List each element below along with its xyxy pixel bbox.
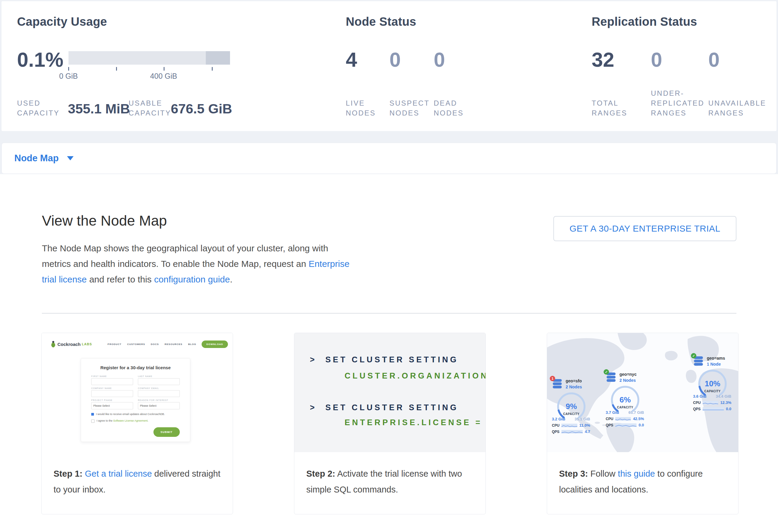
checkbox-unchecked-icon: [91, 420, 94, 423]
suspect-nodes-value: 0: [389, 49, 401, 70]
step2-label: Step 2:: [306, 469, 335, 478]
mini-nav-item: BLOG: [188, 343, 196, 346]
cockroach-logo-icon: [51, 340, 56, 348]
page-title: View the Node Map: [42, 213, 167, 229]
mini-text-input: [138, 378, 180, 385]
capacity-used: 3.7 GiB: [606, 410, 619, 415]
step1-card: Cockroach LABS PRODUCT CUSTOMERS DOCS RE…: [41, 333, 233, 514]
mini-field-label: FIRST NAME: [91, 375, 133, 377]
intro-line: trial license and refer to this configur…: [42, 272, 349, 287]
svg-text:6%: 6%: [619, 395, 631, 404]
usable-capacity-value: 676.5 GiB: [171, 101, 232, 117]
sql-command-line: > SET CLUSTER SETTING: [310, 355, 459, 365]
node-map-dropdown-label: Node Map: [14, 153, 59, 164]
mini-form-grid: FIRST NAME LAST NAME COMPANY NAME C: [91, 373, 180, 409]
step3-caption: Step 3: Follow this guide to configure l…: [547, 452, 738, 498]
mini-registration-form: Register for a 30-day trial license FIRS…: [81, 358, 190, 442]
step3-map-illustration: 1 geo=sfo 2 Nodes 9% CAPACITY: [547, 333, 738, 452]
mini-field-label: LAST NAME: [138, 375, 180, 377]
mini-field-label: COMPANY EMAIL: [138, 387, 180, 389]
section-divider: [42, 313, 736, 314]
used-capacity-label: USED CAPACITY: [17, 98, 65, 118]
qps-sparkline: [615, 424, 636, 427]
replication-status-title: Replication Status: [592, 15, 697, 28]
enterprise-trial-license-link[interactable]: Enterprise: [309, 259, 350, 269]
capacity-total: 34.4 GiB: [716, 394, 731, 398]
mini-nav-item: DOCS: [151, 343, 159, 346]
mini-select: Please Select: [91, 402, 133, 409]
map-node-ams: ✓ geo=ams 1 Node 10% CAPACITY: [693, 356, 735, 411]
capacity-total: 35.1 GiB: [574, 417, 590, 421]
step2-sql-illustration: > SET CLUSTER SETTING CLUSTER.ORGANIZATI…: [294, 333, 485, 452]
intro-paragraph: The Node Map shows the geographical layo…: [42, 241, 349, 287]
step2-caption: Step 2: Activate the trial license with …: [294, 452, 485, 498]
locality-node-count: 1 Node: [707, 362, 721, 367]
node-map-dropdown[interactable]: Node Map: [14, 153, 74, 164]
locality-name: geo=nyc: [619, 372, 636, 377]
capacity-tick: [68, 67, 69, 71]
mini-field-label: COMPANY NAME: [91, 387, 133, 389]
sql-setting-line: CLUSTER.ORGANIZATION =: [344, 371, 485, 381]
sql-command-line: > SET CLUSTER SETTING: [310, 403, 459, 412]
step1-screenshot: Cockroach LABS PRODUCT CUSTOMERS DOCS RE…: [42, 333, 233, 452]
svg-text:CAPACITY: CAPACITY: [563, 412, 580, 415]
cockroach-website-illustration: Cockroach LABS PRODUCT CUSTOMERS DOCS RE…: [42, 333, 233, 452]
used-capacity-value: 355.1 MiB: [68, 101, 130, 117]
capacity-usage-title: Capacity Usage: [17, 15, 107, 28]
view-selector-bar: Node Map: [1, 143, 777, 174]
under-replicated-label: UNDER-REPLICATED RANGES: [651, 88, 706, 118]
mini-download-button: DOWNLOAD: [202, 340, 228, 348]
get-trial-license-link[interactable]: Get a trial license: [85, 469, 152, 478]
capacity-gauge: 6% CAPACITY: [606, 384, 644, 414]
locality-node-count: 2 Nodes: [566, 384, 582, 389]
mini-nav-item: PRODUCT: [108, 343, 122, 346]
capacity-tick: [212, 67, 213, 71]
chevron-down-icon: [67, 156, 74, 160]
capacity-gauge: 9% CAPACITY: [552, 391, 590, 421]
live-nodes-value: 4: [346, 49, 357, 70]
qps-sparkline: [703, 407, 724, 411]
total-ranges-value: 32: [592, 49, 614, 70]
mini-submit-button: SUBMIT: [153, 427, 180, 437]
intro-line: metrics and health indicators. To enable…: [42, 256, 349, 272]
step1-caption: Step 1: Get a trial license delivered st…: [42, 452, 233, 498]
mini-logo-text: Cockroach: [58, 342, 81, 347]
capacity-gauge: 10% CAPACITY: [694, 368, 731, 398]
capacity-used: 3.2 GiB: [552, 417, 565, 421]
capacity-percent: 0.1%: [17, 49, 63, 70]
ok-badge-icon: ✓: [691, 353, 696, 359]
svg-text:CAPACITY: CAPACITY: [704, 390, 721, 393]
unavailable-value: 0: [708, 49, 720, 70]
cluster-summary-panel: Capacity Usage 0.1% 0 GiB 400 GiB USED C…: [1, 1, 777, 131]
mini-checkbox-row: I would like to receive email updates ab…: [91, 412, 180, 416]
cpu-sparkline: [615, 417, 631, 421]
svg-text:9%: 9%: [566, 402, 577, 411]
svg-text:CAPACITY: CAPACITY: [617, 406, 633, 409]
step1-label: Step 1:: [54, 469, 83, 478]
mini-field-label: PROJECT PHASE: [91, 399, 133, 401]
live-nodes-label: LIVE NODES: [346, 98, 382, 118]
capacity-bar: [69, 51, 230, 65]
mini-checkbox-row: I agree to the Software License Agreemen…: [91, 419, 180, 423]
suspect-nodes-label: SUSPECT NODES: [389, 98, 428, 118]
sql-setting-line: ENTERPRISE.LICENSE =: [344, 418, 482, 427]
mini-form-title: Register for a 30-day trial license: [91, 365, 180, 370]
step3-card: 1 geo=sfo 2 Nodes 9% CAPACITY: [547, 333, 738, 514]
mini-text-input: [91, 390, 133, 397]
usable-capacity-label: USABLE CAPACITY: [129, 98, 167, 118]
capacity-used: 3.6 GiB: [693, 394, 706, 398]
cpu-sparkline: [561, 424, 577, 427]
configuration-guide-link[interactable]: configuration guide: [154, 275, 230, 284]
mini-site-nav: PRODUCT CUSTOMERS DOCS RESOURCES BLOG: [108, 343, 196, 346]
map-node-nyc: ✓ geo=nyc 2 Nodes 6% CAPACITY: [606, 372, 647, 427]
checkbox-checked-icon: [91, 413, 94, 415]
this-guide-link[interactable]: this guide: [618, 469, 655, 478]
capacity-bar-reserved-segment: [206, 51, 230, 65]
locality-name: geo=ams: [707, 356, 725, 361]
get-enterprise-trial-button[interactable]: GET A 30-DAY ENTERPRISE TRIAL: [553, 216, 736, 241]
mini-license-agreement-link: Software License Agreement.: [113, 419, 149, 422]
map-node-sfo: 1 geo=sfo 2 Nodes 9% CAPACITY: [552, 379, 594, 434]
dead-nodes-label: DEAD NODES: [434, 98, 473, 118]
enterprise-trial-license-link[interactable]: trial license: [42, 275, 87, 284]
capacity-tick: [164, 67, 164, 71]
